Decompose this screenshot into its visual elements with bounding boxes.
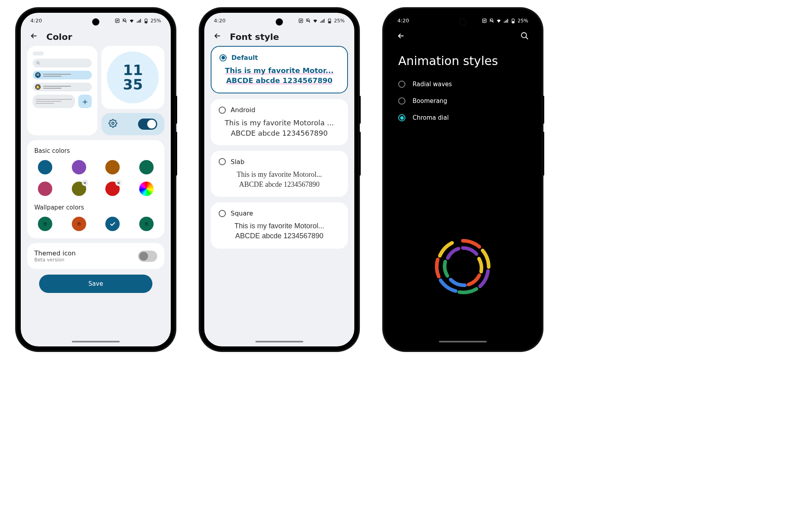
radio-icon (219, 158, 226, 165)
wifi-icon (312, 18, 318, 24)
color-swatch[interactable] (105, 160, 120, 174)
colors-panel: Basic colors ✕✕ Wallpaper colors (27, 140, 164, 238)
home-icon (72, 217, 86, 231)
basic-swatches: ✕✕ (34, 160, 157, 196)
phone-frame-font: 4:20 25% Font style Default This is my f… (200, 8, 359, 351)
signal-icon (136, 18, 142, 24)
radio-icon (398, 97, 405, 105)
preview-search (33, 59, 92, 67)
basic-colors-label: Basic colors (34, 147, 157, 154)
check-icon (105, 217, 120, 231)
battery-percent: 25% (150, 18, 161, 24)
signal-icon (320, 18, 325, 24)
back-button[interactable] (397, 32, 405, 42)
chroma-dial-graphic (427, 231, 499, 303)
wallpaper-swatch[interactable] (105, 217, 120, 231)
battery-percent: 25% (518, 18, 528, 24)
color-swatch[interactable] (139, 182, 154, 196)
home-icon (139, 217, 154, 231)
wallpaper-swatches (34, 217, 157, 231)
preview-settings-card (101, 113, 164, 135)
status-icons: 25% (482, 18, 528, 24)
wallpaper-swatch[interactable] (72, 217, 86, 231)
signal-icon (503, 18, 509, 24)
color-swatch[interactable] (139, 160, 154, 174)
font-option-slab[interactable]: Slab This is my favorite Motorol...ABCDE… (211, 151, 348, 197)
radio-icon (398, 81, 405, 88)
font-option-android[interactable]: Android This is my favorite Motorola ...… (211, 99, 348, 145)
svg-rect-10 (513, 21, 514, 22)
svg-point-4 (112, 122, 114, 125)
topbar: Color (21, 25, 171, 46)
color-swatch[interactable] (72, 160, 86, 174)
nav-handle[interactable] (439, 341, 487, 342)
mute-icon (305, 18, 311, 24)
preview-toggle (138, 119, 157, 130)
preview-add-button: + (78, 95, 92, 108)
font-option-square[interactable]: Square This is my favorite Motorol...ABC… (211, 202, 348, 248)
battery-percent: 25% (334, 18, 345, 24)
camera-hole (459, 18, 466, 26)
status-time: 4:20 (30, 18, 42, 24)
svg-rect-7 (329, 21, 331, 22)
preview-item: M (33, 71, 92, 79)
animation-option[interactable]: Chroma dial (388, 109, 538, 126)
page-title: Font style (230, 32, 279, 42)
themed-icon-toggle[interactable] (138, 251, 157, 262)
save-button[interactable]: Save (39, 275, 152, 293)
wallpaper-swatch[interactable] (38, 217, 52, 231)
radio-icon (219, 54, 227, 61)
nfc-icon (482, 18, 487, 24)
topbar (388, 25, 538, 42)
svg-point-3 (37, 61, 39, 64)
topbar: Font style (204, 25, 354, 46)
wifi-icon (496, 18, 502, 24)
status-time: 4:20 (214, 18, 225, 24)
status-time: 4:20 (397, 18, 409, 24)
animation-option[interactable]: Boomerang (388, 93, 538, 109)
back-button[interactable] (30, 32, 38, 42)
themed-icon-sub: Beta version (34, 257, 76, 263)
phone-frame-animation: 4:20 25% Animation styles Radial wavesBo… (383, 8, 543, 351)
nav-handle[interactable] (72, 341, 120, 342)
mute-icon (489, 18, 494, 24)
screen-color: 4:20 25% Color M 🔔 (21, 13, 171, 346)
nav-handle[interactable] (255, 341, 303, 342)
preview-clock-card: 11 35 (101, 46, 164, 109)
page-title: Color (46, 32, 72, 42)
radio-icon (219, 210, 226, 217)
battery-icon (327, 18, 332, 24)
camera-hole (276, 18, 283, 26)
status-icons: 25% (298, 18, 345, 24)
color-swatch[interactable] (38, 160, 52, 174)
color-swatch[interactable] (38, 182, 52, 196)
gear-icon (109, 119, 117, 129)
search-button[interactable] (520, 32, 529, 42)
svg-point-11 (521, 33, 527, 38)
status-icons: 25% (115, 18, 161, 24)
screen-animation: 4:20 25% Animation styles Radial wavesBo… (388, 13, 538, 346)
nfc-icon (298, 18, 304, 24)
wallpaper-swatch[interactable] (139, 217, 154, 231)
radio-icon (219, 107, 226, 114)
svg-rect-2 (146, 21, 147, 22)
preview-note (33, 95, 75, 108)
phone-frame-color: 4:20 25% Color M 🔔 (16, 8, 176, 351)
color-swatch[interactable]: ✕ (105, 182, 120, 196)
themed-icon-row[interactable]: Themed icon Beta version (27, 243, 164, 269)
animation-option[interactable]: Radial waves (388, 76, 538, 93)
preview-widgets-card: M 🔔 + (27, 46, 97, 135)
radio-icon (398, 114, 405, 121)
close-icon[interactable]: ✕ (115, 180, 122, 186)
mute-icon (122, 18, 127, 24)
back-button[interactable] (213, 32, 222, 42)
screen-font: 4:20 25% Font style Default This is my f… (204, 13, 354, 346)
font-option-default[interactable]: Default This is my favorite Motor...ABCD… (211, 46, 348, 93)
battery-icon (510, 18, 516, 24)
close-icon[interactable]: ✕ (82, 180, 88, 186)
nfc-icon (115, 18, 120, 24)
wallpaper-colors-label: Wallpaper colors (34, 204, 157, 211)
wifi-icon (129, 18, 134, 24)
color-swatch[interactable]: ✕ (72, 182, 86, 196)
battery-icon (143, 18, 149, 24)
